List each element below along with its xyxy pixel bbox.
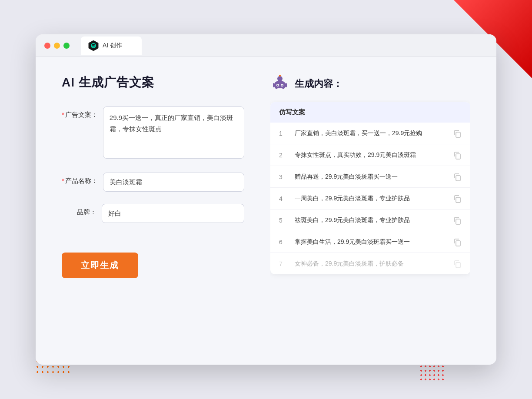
result-row: 3赠品再送，29.9元美白淡斑霜买一送一: [270, 166, 470, 188]
form-group-product-name: 产品名称：: [62, 173, 244, 192]
svg-rect-11: [277, 88, 283, 89]
copy-button[interactable]: [453, 173, 462, 181]
svg-rect-15: [456, 154, 460, 159]
product-name-label: 产品名称：: [62, 173, 98, 185]
window-controls: [44, 43, 70, 49]
result-row: 6掌握美白生活，29.9元美白淡斑霜买一送一: [270, 231, 470, 253]
form-group-brand: 品牌：: [62, 204, 244, 223]
left-panel: AI 生成广告文案 广告文案： 29.9买一送一，真正的厂家直销，美白淡斑霜，专…: [62, 74, 244, 347]
product-name-input-wrapper: [103, 173, 244, 192]
copy-button[interactable]: [453, 194, 462, 203]
svg-point-9: [277, 85, 279, 86]
svg-rect-17: [456, 197, 460, 203]
robot-icon: [270, 74, 289, 93]
result-title: 生成内容：: [295, 77, 342, 90]
result-row: 1厂家直销，美白淡斑霜，买一送一，29.9元抢购: [270, 123, 470, 144]
svg-rect-16: [456, 176, 460, 181]
right-panel: 生成内容： 仿写文案 1厂家直销，美白淡斑霜，买一送一，29.9元抢购 2专抹女…: [270, 74, 470, 347]
tab-label: AI 创作: [103, 42, 122, 50]
result-header: 生成内容：: [270, 74, 470, 93]
brand-input[interactable]: [102, 204, 244, 223]
result-text: 专抹女性斑点，真实功效，29.9元美白淡斑霜: [295, 150, 446, 160]
window-maximize-button[interactable]: [63, 43, 70, 49]
form-group-ad-copy: 广告文案： 29.9买一送一，真正的厂家直销，美白淡斑霜，专抹女性斑点: [62, 106, 244, 160]
result-num: 6: [279, 239, 288, 246]
result-num: 7: [279, 260, 288, 267]
product-name-input[interactable]: [103, 173, 244, 192]
copy-button[interactable]: [453, 129, 462, 138]
result-text: 赠品再送，29.9元美白淡斑霜买一送一: [295, 172, 446, 181]
brand-label: 品牌：: [62, 204, 96, 216]
svg-rect-19: [456, 241, 460, 246]
result-row: 7女神必备，29.9元美白淡斑霜，护肤必备: [270, 253, 470, 274]
svg-rect-6: [285, 83, 287, 87]
result-num: 2: [279, 152, 288, 159]
copy-button[interactable]: [453, 238, 462, 246]
result-rows-container: 1厂家直销，美白淡斑霜，买一送一，29.9元抢购 2专抹女性斑点，真实功效，29…: [270, 123, 470, 274]
svg-rect-14: [456, 132, 460, 137]
result-num: 3: [279, 173, 288, 180]
browser-tab[interactable]: AI AI 创作: [81, 37, 142, 55]
ad-copy-input-wrapper: 29.9买一送一，真正的厂家直销，美白淡斑霜，专抹女性斑点: [103, 106, 244, 160]
copy-button[interactable]: [453, 151, 462, 160]
result-text: 一周美白，29.9元美白淡斑霜，专业护肤品: [295, 194, 446, 203]
content-area: AI 生成广告文案 广告文案： 29.9买一送一，真正的厂家直销，美白淡斑霜，专…: [36, 57, 496, 365]
svg-rect-18: [456, 219, 460, 224]
result-text: 掌握美白生活，29.9元美白淡斑霜买一送一: [295, 237, 446, 246]
browser-chrome: AI AI 创作: [36, 34, 496, 57]
generate-button[interactable]: 立即生成: [62, 253, 138, 278]
result-row: 2专抹女性斑点，真实功效，29.9元美白淡斑霜: [270, 144, 470, 166]
page-title: AI 生成广告文案: [62, 74, 244, 91]
result-num: 5: [279, 217, 288, 224]
svg-point-13: [279, 75, 281, 76]
copy-button[interactable]: [453, 216, 462, 225]
svg-point-10: [282, 85, 283, 86]
browser-window: AI AI 创作 AI 生成广告文案 广告文案： 29.9买一送一，真正的厂家直…: [36, 34, 496, 365]
ad-copy-textarea[interactable]: 29.9买一送一，真正的厂家直销，美白淡斑霜，专抹女性斑点: [103, 106, 244, 159]
svg-text:AI: AI: [92, 44, 95, 48]
result-table-header: 仿写文案: [270, 102, 470, 123]
result-row: 5祛斑美白，29.9元美白淡斑霜，专业护肤品: [270, 209, 470, 231]
result-row: 4一周美白，29.9元美白淡斑霜，专业护肤品: [270, 188, 470, 209]
result-text: 厂家直销，美白淡斑霜，买一送一，29.9元抢购: [295, 129, 446, 138]
result-text: 女神必备，29.9元美白淡斑霜，护肤必备: [295, 259, 446, 268]
result-num: 1: [279, 130, 288, 137]
ai-tab-icon: AI: [88, 40, 99, 51]
copy-button[interactable]: [453, 259, 462, 268]
ad-copy-label: 广告文案：: [62, 106, 98, 119]
svg-rect-5: [273, 83, 275, 87]
result-num: 4: [279, 195, 288, 202]
result-text: 祛斑美白，29.9元美白淡斑霜，专业护肤品: [295, 216, 446, 225]
result-table: 仿写文案 1厂家直销，美白淡斑霜，买一送一，29.9元抢购 2专抹女性斑点，真实…: [270, 102, 470, 274]
window-close-button[interactable]: [44, 43, 50, 49]
window-minimize-button[interactable]: [54, 43, 60, 49]
brand-input-wrapper: [102, 204, 244, 223]
svg-rect-20: [456, 263, 460, 268]
